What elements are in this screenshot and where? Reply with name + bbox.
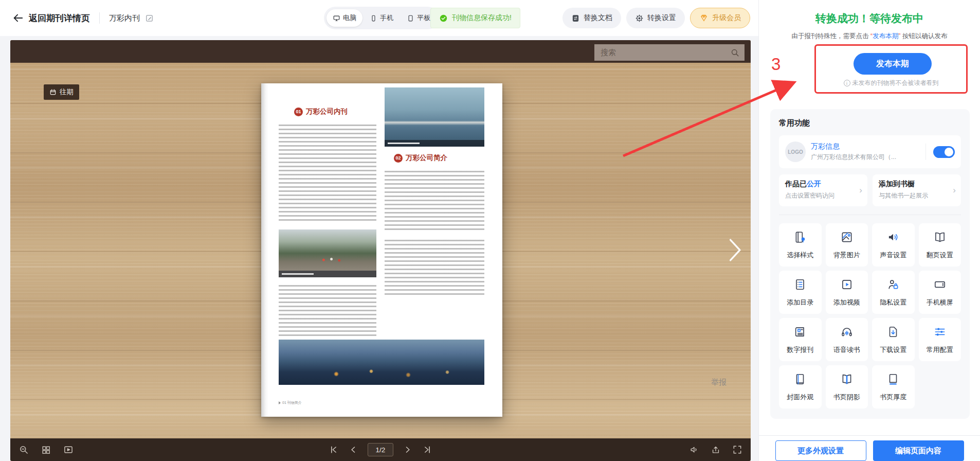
chevron-right-icon: › [953, 185, 956, 196]
viewer-toolbar: 1/2 [10, 438, 751, 461]
report-link[interactable]: 举报 [711, 378, 727, 387]
feature-grid: 选择样式背景图片声音设置翻页设置添加目录添加视频隐私设置手机横屏数字报刊语音读书… [779, 223, 961, 409]
feature-label: 隐私设置 [880, 298, 906, 307]
feature-label: 添加目录 [787, 298, 813, 307]
feature-tile-style[interactable]: 选择样式 [779, 223, 822, 267]
feature-tile-audiobook[interactable]: 语音读书 [826, 318, 868, 361]
feature-label: 书页阴影 [833, 393, 860, 402]
feature-tile-privacy[interactable]: 隐私设置 [872, 271, 915, 314]
feature-tile-page-flip[interactable]: 翻页设置 [919, 223, 961, 267]
feature-tile-sound[interactable]: 声音设置 [872, 223, 915, 267]
prev-page-icon[interactable] [348, 445, 358, 455]
edit-page-content-button[interactable]: 编辑页面内容 [873, 440, 964, 461]
next-page-icon[interactable] [403, 445, 413, 455]
calendar-icon [49, 88, 57, 96]
section-divider [779, 215, 961, 215]
device-pc-tab[interactable]: 电脑 [326, 9, 362, 27]
vip-gem-icon [699, 13, 709, 23]
fullscreen-icon[interactable] [732, 445, 742, 455]
magazine-photo-night-city [279, 340, 484, 385]
feature-label: 书页厚度 [880, 393, 906, 402]
magazine-caption-bar [279, 271, 376, 277]
cover-icon [793, 373, 807, 388]
settings-panel: 转换成功！等待发布中 由于报刊特殊性，需要点击 “发布本期” 按钮以确认发布 3… [758, 0, 980, 461]
feature-tile-download[interactable]: 下载设置 [872, 318, 915, 361]
sound-icon [886, 230, 900, 246]
feature-label: 下载设置 [880, 345, 906, 354]
publish-issue-link[interactable]: 发布本期 [873, 32, 898, 40]
magazine-text-block [279, 125, 376, 223]
next-page-chevron[interactable] [726, 237, 743, 263]
logo-company-name: 万彩信息 [811, 142, 918, 151]
info-icon: i [844, 80, 850, 86]
past-issues-button[interactable]: 往期 [44, 84, 79, 100]
first-page-icon[interactable] [329, 445, 339, 455]
gear-icon [635, 14, 644, 23]
feature-tile-landscape[interactable]: 手机横屏 [919, 271, 961, 314]
search-placeholder: 搜索 [594, 48, 730, 58]
magazine-caption-bar [385, 140, 484, 147]
feature-tile-video[interactable]: 添加视频 [826, 271, 868, 314]
journal-title: 万彩内刊 [109, 13, 140, 23]
triangle-bullet-icon [279, 401, 281, 404]
app-root: 返回期刊详情页 万彩内刊 电脑 手机 平板 刊物信息保存成功! [0, 0, 980, 461]
chevron-right-icon: › [859, 185, 862, 196]
section1-title: 万彩公司内刊 [306, 107, 348, 116]
feature-label: 背景图片 [833, 251, 860, 260]
magazine-text-block [385, 240, 484, 297]
share-icon[interactable] [711, 445, 721, 455]
replace-document-button[interactable]: 替换文档 [562, 8, 621, 28]
phone-icon [370, 14, 377, 22]
feature-label: 封面外观 [787, 393, 813, 402]
background-image-icon [840, 230, 854, 246]
section2-title: 万彩公司简介 [406, 153, 447, 163]
save-success-toast: 刊物信息保存成功! [430, 8, 520, 28]
back-arrow-icon[interactable] [12, 12, 24, 24]
header-divider [99, 12, 100, 24]
upgrade-member-button[interactable]: 升级会员 [690, 8, 750, 28]
viewer-topbar: 搜索 [10, 40, 751, 63]
vertical-divider [925, 144, 926, 160]
magazine-photo-city [385, 87, 484, 147]
convert-settings-button[interactable]: 转换设置 [626, 8, 685, 28]
back-link[interactable]: 返回期刊详情页 [29, 12, 90, 24]
feature-tile-toc[interactable]: 添加目录 [779, 271, 822, 314]
privacy-icon [886, 278, 900, 293]
video-icon [840, 278, 854, 293]
magazine-photo-road [279, 229, 376, 271]
toc-icon [793, 278, 807, 293]
feature-label: 数字报刊 [787, 345, 813, 354]
page-thickness-icon [886, 373, 900, 388]
feature-tile-config[interactable]: 常用配置 [919, 318, 961, 361]
section1-header: 01 万彩公司内刊 [294, 107, 348, 116]
feature-tile-cover[interactable]: 封面外观 [779, 365, 822, 409]
feature-tile-page-thickness[interactable]: 书页厚度 [872, 365, 915, 409]
check-circle-icon [439, 14, 448, 23]
search-icon[interactable] [730, 48, 740, 58]
device-phone-tab[interactable]: 手机 [364, 9, 400, 27]
page-indicator-input[interactable]: 1/2 [368, 443, 393, 456]
feature-tile-background-image[interactable]: 背景图片 [826, 223, 868, 267]
style-icon [793, 230, 807, 246]
audiobook-icon [840, 325, 854, 341]
search-input[interactable]: 搜索 [594, 44, 745, 61]
feature-label: 手机横屏 [927, 298, 953, 307]
feature-tile-page-shadow[interactable]: 书页阴影 [826, 365, 868, 409]
logo-watermark-card: LOGO 万彩信息 广州万彩信息技术有限公司（... [779, 135, 961, 168]
sound-toggle-icon[interactable] [689, 445, 699, 455]
monitor-icon [333, 14, 340, 22]
visibility-card[interactable]: 作品已公开 点击设置密码访问 › [779, 174, 867, 206]
download-icon [886, 325, 900, 341]
edit-icon[interactable] [145, 14, 154, 23]
bookshelf-card[interactable]: 添加到书橱 与其他书一起展示 › [873, 174, 961, 206]
logo-watermark-toggle[interactable] [933, 146, 955, 158]
feature-label: 声音设置 [880, 251, 906, 260]
last-page-icon[interactable] [422, 445, 432, 455]
top-header: 返回期刊详情页 万彩内刊 电脑 手机 平板 刊物信息保存成功! [0, 0, 758, 36]
publish-status-title: 转换成功！等待发布中 [759, 11, 980, 26]
publish-issue-button[interactable]: 发布本期 [854, 53, 932, 75]
more-appearance-button[interactable]: 更多外观设置 [775, 440, 866, 461]
annotation-step-number: 3 [771, 55, 781, 74]
feature-tile-newspaper[interactable]: 数字报刊 [779, 318, 822, 361]
feature-label: 常用配置 [927, 345, 953, 354]
